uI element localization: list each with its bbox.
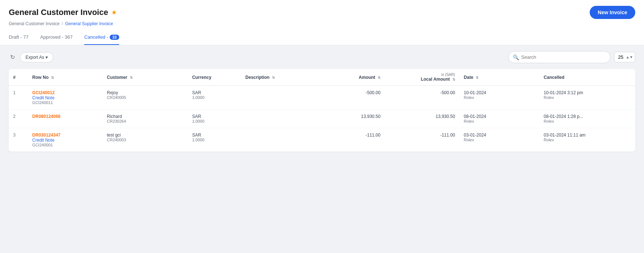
customer-name: Rejoy [107, 90, 118, 95]
amount-value: -500.00 [366, 90, 380, 95]
customer-name: test gci [107, 133, 121, 138]
new-invoice-button[interactable]: New Invoice [590, 6, 635, 19]
cell-currency: SAR 1.0000 [188, 128, 241, 152]
cell-customer: Richard CR230264 [102, 110, 188, 128]
sort-icon-rowno: ⇅ [51, 76, 54, 80]
cell-currency: SAR 1.0000 [188, 86, 241, 110]
local-amount-value: -500.00 [440, 90, 455, 95]
tab-approved-count: 367 [65, 34, 73, 40]
col-header-rowno[interactable]: Row No ⇅ [28, 69, 103, 86]
in-sar-label: in (SAR) [389, 73, 455, 77]
star-icon[interactable]: ★ [111, 8, 117, 16]
tab-approved-label: Approved - [40, 34, 63, 40]
tabs-container: Draft - 77 Approved - 367 Cancelled -33 [9, 31, 635, 45]
currency-code: SAR [192, 114, 201, 119]
cell-description [241, 110, 316, 128]
toolbar-left: ↻ Export As ▾ [9, 52, 53, 62]
content-area: ↻ Export As ▾ 🔍 25 50 100 ▲▼ [0, 45, 644, 157]
col-header-customer[interactable]: Customer ⇅ [102, 69, 188, 86]
customer-ref: CR240003 [107, 138, 183, 142]
col-header-amount[interactable]: Amount ⇅ [316, 69, 385, 86]
invoice-id-link[interactable]: DR080124066 [32, 114, 98, 119]
tab-approved[interactable]: Approved - 367 [40, 31, 73, 45]
sort-icon-date: ⇅ [476, 76, 479, 80]
cancelled-sub: Rolex [544, 95, 631, 100]
cell-currency: SAR 1.0000 [188, 110, 241, 128]
header-top: General Customer Invoice ★ New Invoice [9, 6, 635, 19]
cell-amount: -500.00 [316, 86, 385, 110]
date-main: 10-01-2024 [464, 90, 535, 95]
customer-ref: CR230264 [107, 119, 183, 123]
date-main: 08-01-2024 [464, 114, 535, 119]
date-sub: Rolex [464, 138, 535, 142]
date-sub: Rolex [464, 119, 535, 123]
toolbar-right: 🔍 25 50 100 ▲▼ [508, 51, 635, 63]
cancelled-sub: Rolex [544, 119, 631, 123]
col-header-hash: # [9, 69, 28, 86]
per-page-wrapper: 25 50 100 ▲▼ [614, 52, 635, 62]
date-sub: Rolex [464, 95, 535, 100]
table-header-row: # Row No ⇅ Customer ⇅ Currency Descripti… [9, 69, 635, 86]
cancelled-sub: Rolex [544, 138, 631, 142]
search-input[interactable] [508, 51, 610, 63]
cancelled-main: 10-01-2024 3:12 pm [544, 90, 631, 95]
invoice-ref: GCI240001 [32, 143, 98, 147]
table-row: 2 DR080124066 Richard CR230264 SAR 1.000… [9, 110, 635, 128]
per-page-select[interactable]: 25 50 100 [614, 52, 635, 62]
table-row: 3 DR030124347 Credit Note GCI240001 test… [9, 128, 635, 152]
export-arrow-icon: ▾ [46, 55, 48, 60]
local-amount-value: 13,930.50 [436, 114, 455, 119]
cell-num: 3 [9, 128, 28, 152]
cell-cancelled: 03-01-2024 11:11 am Rolex [539, 128, 635, 152]
invoice-id-link[interactable]: DR030124347 [32, 133, 98, 138]
table-body: 1 GCI240012 Credit Note GCI240011 Rejoy … [9, 86, 635, 152]
col-header-description[interactable]: Description ⇅ [241, 69, 316, 86]
page-wrapper: General Customer Invoice ★ New Invoice G… [0, 0, 644, 253]
cancelled-main: 03-01-2024 11:11 am [544, 133, 631, 138]
col-header-date[interactable]: Date ⇅ [460, 69, 539, 86]
tab-draft[interactable]: Draft - 77 [9, 31, 28, 45]
breadcrumb-link[interactable]: General Supplier Invoice [65, 21, 113, 26]
toolbar: ↻ Export As ▾ 🔍 25 50 100 ▲▼ [9, 51, 635, 63]
cell-localamount: 13,930.50 [385, 110, 460, 128]
cell-customer: Rejoy CR240005 [102, 86, 188, 110]
currency-code: SAR [192, 133, 201, 138]
invoices-table: # Row No ⇅ Customer ⇅ Currency Descripti… [9, 69, 635, 152]
tab-cancelled[interactable]: Cancelled -33 [84, 31, 119, 45]
table-wrapper: # Row No ⇅ Customer ⇅ Currency Descripti… [9, 69, 635, 152]
cell-num: 1 [9, 86, 28, 110]
col-header-cancelled: Cancelled [539, 69, 635, 86]
breadcrumb: General Customer Invoice / General Suppl… [9, 21, 635, 26]
cell-rowno: DR030124347 Credit Note GCI240001 [28, 128, 103, 152]
tab-cancelled-label: Cancelled - [84, 34, 108, 40]
sort-icon-localamount: ⇅ [452, 77, 455, 81]
amount-value: -111.00 [366, 133, 380, 138]
cell-localamount: -500.00 [385, 86, 460, 110]
col-header-currency: Currency [188, 69, 241, 86]
credit-note-link[interactable]: Credit Note [32, 138, 98, 143]
currency-rate: 1.0000 [192, 119, 237, 123]
search-icon: 🔍 [513, 54, 519, 60]
cell-rowno: DR080124066 [28, 110, 103, 128]
local-amount-value: -111.00 [440, 133, 455, 138]
sort-icon-customer: ⇅ [130, 76, 133, 80]
invoice-id-link[interactable]: GCI240012 [32, 90, 98, 95]
header-title-row: General Customer Invoice ★ [9, 8, 117, 17]
customer-name: Richard [107, 114, 122, 119]
refresh-button[interactable]: ↻ [9, 52, 16, 62]
table-row: 1 GCI240012 Credit Note GCI240011 Rejoy … [9, 86, 635, 110]
date-main: 03-01-2024 [464, 133, 535, 138]
credit-note-link[interactable]: Credit Note [32, 95, 98, 100]
sort-icon-description: ⇅ [272, 76, 275, 80]
cell-cancelled: 10-01-2024 3:12 pm Rolex [539, 86, 635, 110]
tab-draft-label: Draft - [9, 34, 22, 40]
tab-draft-count: 77 [23, 34, 28, 40]
cancelled-main: 08-01-2024 1:28 p... [544, 114, 631, 119]
cell-date: 10-01-2024 Rolex [460, 86, 539, 110]
tab-cancelled-count: 33 [110, 35, 119, 40]
cell-rowno: GCI240012 Credit Note GCI240011 [28, 86, 103, 110]
header: General Customer Invoice ★ New Invoice G… [0, 0, 644, 45]
cell-amount: -111.00 [316, 128, 385, 152]
export-button[interactable]: Export As ▾ [20, 52, 53, 62]
col-header-localamount[interactable]: in (SAR) Local Amount ⇅ [385, 69, 460, 86]
